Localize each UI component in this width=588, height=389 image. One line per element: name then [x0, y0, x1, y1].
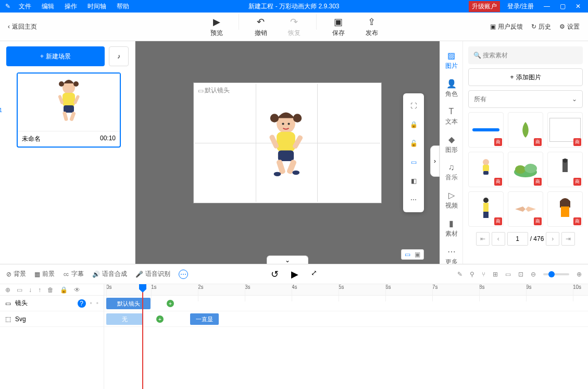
undo-button[interactable]: ↶撤销	[249, 14, 272, 40]
scene-card[interactable]: 未命名 00:10	[17, 72, 121, 148]
marker-tool[interactable]: ▭	[505, 271, 511, 278]
tab-material[interactable]: ▮素材	[440, 214, 462, 242]
svg-track[interactable]: 无 + 一直显	[104, 311, 588, 327]
fit-screen-button[interactable]: ▣	[415, 251, 420, 258]
menu-help[interactable]: 帮助	[111, 2, 134, 11]
lock-track-button[interactable]: 🔒	[60, 286, 68, 294]
play-button[interactable]: ▶	[291, 269, 298, 280]
svg-clip-show[interactable]: 一直显	[190, 313, 219, 325]
tab-video[interactable]: ▷视频	[440, 186, 462, 214]
frame-tool[interactable]: ⊡	[518, 271, 523, 278]
fullscreen-tool[interactable]: ⛶	[403, 96, 424, 115]
down-button[interactable]: ↓	[29, 286, 32, 294]
zoom-out-button[interactable]: ⊖	[531, 271, 536, 278]
svg-clip-none[interactable]: 无	[106, 313, 143, 325]
asset-item[interactable]: 商	[508, 152, 543, 187]
settings-button[interactable]: ⚙设置	[559, 22, 580, 31]
save-button[interactable]: ▣保存	[327, 14, 350, 40]
tab-role[interactable]: 👤角色	[440, 75, 462, 103]
asset-item[interactable]: 商	[508, 191, 543, 227]
folder-track-button[interactable]: ▭	[17, 286, 22, 294]
asset-item[interactable]: 商	[468, 191, 504, 227]
music-button[interactable]: ♪	[109, 46, 129, 66]
page-input[interactable]	[507, 232, 528, 246]
track-dot2[interactable]: •	[96, 300, 98, 307]
tab-music[interactable]: ♫音乐	[440, 159, 462, 186]
tab-shape[interactable]: ◆图形	[440, 130, 462, 159]
feedback-button[interactable]: ▣用户反馈	[490, 22, 523, 31]
back-home-button[interactable]: ‹ 返回主页	[0, 22, 45, 31]
page-prev-button[interactable]: ‹	[492, 232, 505, 246]
menu-file[interactable]: 文件	[14, 2, 36, 11]
redo-button[interactable]: ↷恢复	[283, 14, 306, 40]
menu-edit[interactable]: 编辑	[36, 2, 59, 11]
edit-tool[interactable]: ✎	[457, 271, 462, 278]
panel-expand-handle[interactable]: ›	[430, 145, 440, 177]
add-keyframe-button[interactable]: +	[167, 300, 174, 307]
timeline-tracks[interactable]: 0s 1s 2s 3s 4s 5s 6s 7s 8s 9s 10s 默认镜头 +…	[104, 284, 588, 389]
login-button[interactable]: 登录/注册	[502, 2, 539, 11]
crop-tool[interactable]: ◧	[403, 172, 424, 190]
timeline-collapse-handle[interactable]: ⌄	[267, 256, 308, 264]
publish-button[interactable]: ⇪发布	[360, 14, 383, 40]
tab-image[interactable]: ▨图片	[440, 46, 462, 75]
preview-button[interactable]: ▶预览	[205, 14, 228, 40]
add-keyframe-button[interactable]: +	[156, 315, 164, 323]
asset-item[interactable]: 商	[547, 191, 583, 227]
bg-tool[interactable]: ⊘背景	[6, 270, 26, 278]
asset-item[interactable]: 商	[547, 152, 583, 187]
zoom-slider[interactable]	[543, 273, 569, 275]
page-first-button[interactable]: ⇤	[476, 232, 490, 246]
menu-action[interactable]: 操作	[59, 2, 82, 11]
group-tool[interactable]: ⊞	[493, 271, 498, 278]
fg-tool[interactable]: ▦前景	[34, 270, 55, 278]
playhead[interactable]	[142, 284, 143, 389]
asset-search-input[interactable]: 🔍 搜索素材	[468, 46, 583, 64]
zoom-in-button[interactable]: ⊕	[577, 271, 582, 278]
asset-item[interactable]: 商	[547, 112, 583, 148]
aspect-tool[interactable]: ▭	[403, 153, 424, 172]
add-track-button[interactable]: ⊕	[5, 286, 10, 294]
timeline-ruler[interactable]: 0s 1s 2s 3s 4s 5s 6s 7s 8s 9s 10s	[104, 284, 588, 296]
add-image-button[interactable]: +添加图片	[468, 68, 583, 86]
lock-closed-tool[interactable]: 🔒	[403, 115, 424, 134]
canvas-character[interactable]	[257, 105, 315, 183]
canvas-area[interactable]: ▭默认镜头 ⛶ 🔒 🔓 ▭ ◧ ⋯ › ▭ ▣	[135, 41, 440, 264]
history-button[interactable]: ↻历史	[531, 22, 551, 31]
asset-item[interactable]: 商	[468, 152, 504, 187]
fit-width-button[interactable]: ▭	[405, 251, 410, 258]
menu-timeline[interactable]: 时间轴	[82, 2, 111, 11]
up-button[interactable]: ↑	[38, 286, 41, 294]
asr-tool[interactable]: 🎤语音识别	[135, 270, 170, 278]
tts-tool[interactable]: 🔊语音合成	[92, 270, 127, 278]
page-next-button[interactable]: ›	[546, 232, 559, 246]
track-label-svg[interactable]: ⬚ Svg	[0, 311, 104, 327]
rewind-button[interactable]: ↺	[271, 269, 279, 280]
visibility-button[interactable]: 👁	[74, 286, 80, 294]
track-label-camera[interactable]: ▭ 镜头 ? • •	[0, 296, 104, 311]
asset-item[interactable]: 商	[508, 112, 543, 148]
maximize-button[interactable]: ▢	[555, 0, 570, 13]
tab-more[interactable]: ⋯更多	[440, 242, 462, 264]
new-scene-button[interactable]: +新建场景	[6, 46, 105, 66]
more-tools[interactable]: ⋯	[403, 190, 424, 209]
canvas-stage[interactable]: ▭默认镜头	[194, 83, 381, 203]
track-dot[interactable]: •	[90, 300, 92, 307]
upgrade-button[interactable]: 升级账户	[469, 1, 500, 12]
help-icon[interactable]: ?	[78, 299, 86, 308]
asset-item[interactable]: 商	[468, 112, 504, 148]
minimize-button[interactable]: —	[539, 0, 555, 13]
tab-text[interactable]: T文本	[440, 103, 462, 130]
page-last-button[interactable]: ⇥	[561, 232, 575, 246]
link-tool[interactable]: ⚲	[470, 271, 474, 278]
subtitle-tool[interactable]: ㏄字幕	[63, 270, 84, 278]
camera-clip[interactable]: 默认镜头	[106, 298, 151, 309]
filter-tool[interactable]: ⑂	[482, 271, 485, 278]
delete-track-button[interactable]: 🗑	[47, 286, 54, 294]
more-timeline-tool[interactable]: ⋯	[179, 270, 188, 279]
asset-filter-select[interactable]: 所有⌄	[468, 90, 583, 108]
close-button[interactable]: ✕	[570, 0, 586, 13]
lock-open-tool[interactable]: 🔓	[403, 134, 424, 153]
fullscreen-play-button[interactable]: ⤢	[311, 269, 317, 280]
camera-track[interactable]: 默认镜头 +	[104, 296, 588, 311]
